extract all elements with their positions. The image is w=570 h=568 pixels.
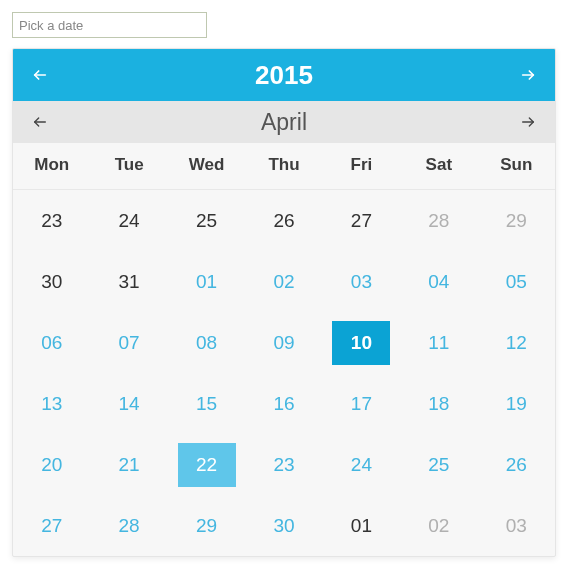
day-number: 22 (178, 443, 236, 487)
day-cell[interactable]: 28 (90, 495, 167, 556)
weekday-cell: Sun (478, 143, 555, 190)
day-number: 19 (487, 382, 545, 426)
day-number: 08 (178, 321, 236, 365)
day-cell[interactable]: 20 (13, 434, 90, 495)
day-number: 01 (332, 504, 390, 548)
day-number: 25 (178, 199, 236, 243)
day-cell[interactable]: 01 (168, 251, 245, 312)
date-input[interactable] (12, 12, 207, 38)
day-cell[interactable]: 11 (400, 312, 477, 373)
day-cell[interactable]: 26 (478, 434, 555, 495)
arrow-left-icon (32, 114, 48, 130)
day-cell[interactable]: 04 (400, 251, 477, 312)
day-cell[interactable]: 27 (13, 495, 90, 556)
day-cell[interactable]: 10 (323, 312, 400, 373)
day-number: 16 (255, 382, 313, 426)
day-cell[interactable]: 13 (13, 373, 90, 434)
day-number: 26 (487, 443, 545, 487)
month-label[interactable]: April (261, 109, 307, 136)
day-number: 17 (332, 382, 390, 426)
day-cell[interactable]: 27 (323, 190, 400, 251)
day-number: 06 (23, 321, 81, 365)
day-cell[interactable]: 02 (245, 251, 322, 312)
weekday-cell: Wed (168, 143, 245, 190)
day-cell[interactable]: 14 (90, 373, 167, 434)
day-cell[interactable]: 25 (400, 434, 477, 495)
day-number: 25 (410, 443, 468, 487)
day-number: 15 (178, 382, 236, 426)
day-cell[interactable]: 22 (168, 434, 245, 495)
day-number: 27 (332, 199, 390, 243)
day-number: 10 (332, 321, 390, 365)
day-cell[interactable]: 05 (478, 251, 555, 312)
day-number: 21 (100, 443, 158, 487)
day-cell[interactable]: 23 (13, 190, 90, 251)
day-cell[interactable]: 18 (400, 373, 477, 434)
day-cell[interactable]: 24 (90, 190, 167, 251)
day-number: 23 (23, 199, 81, 243)
day-cell[interactable]: 01 (323, 495, 400, 556)
day-cell[interactable]: 29 (168, 495, 245, 556)
weekday-cell: Tue (90, 143, 167, 190)
year-label[interactable]: 2015 (255, 60, 313, 91)
day-cell[interactable]: 16 (245, 373, 322, 434)
day-number: 11 (410, 321, 468, 365)
day-cell[interactable]: 31 (90, 251, 167, 312)
day-number: 02 (410, 504, 468, 548)
day-number: 24 (100, 199, 158, 243)
day-number: 12 (487, 321, 545, 365)
day-number: 28 (100, 504, 158, 548)
day-number: 14 (100, 382, 158, 426)
day-number: 04 (410, 260, 468, 304)
day-cell[interactable]: 15 (168, 373, 245, 434)
day-cell[interactable]: 09 (245, 312, 322, 373)
day-number: 01 (178, 260, 236, 304)
day-number: 02 (255, 260, 313, 304)
day-number: 03 (487, 504, 545, 548)
day-number: 26 (255, 199, 313, 243)
weekday-cell: Sat (400, 143, 477, 190)
day-cell[interactable]: 06 (13, 312, 90, 373)
day-number: 07 (100, 321, 158, 365)
day-number: 24 (332, 443, 390, 487)
day-cell[interactable]: 12 (478, 312, 555, 373)
day-number: 29 (178, 504, 236, 548)
day-cell[interactable]: 30 (13, 251, 90, 312)
day-cell[interactable]: 25 (168, 190, 245, 251)
day-cell[interactable]: 02 (400, 495, 477, 556)
day-number: 30 (255, 504, 313, 548)
next-year-button[interactable] (515, 62, 541, 88)
day-number: 27 (23, 504, 81, 548)
next-month-button[interactable] (515, 109, 541, 135)
day-cell[interactable]: 21 (90, 434, 167, 495)
day-number: 30 (23, 260, 81, 304)
weekday-cell: Fri (323, 143, 400, 190)
day-cell[interactable]: 07 (90, 312, 167, 373)
prev-year-button[interactable] (27, 62, 53, 88)
day-cell[interactable]: 28 (400, 190, 477, 251)
day-cell[interactable]: 19 (478, 373, 555, 434)
day-cell[interactable]: 24 (323, 434, 400, 495)
day-number: 18 (410, 382, 468, 426)
prev-month-button[interactable] (27, 109, 53, 135)
day-cell[interactable]: 30 (245, 495, 322, 556)
day-cell[interactable]: 08 (168, 312, 245, 373)
day-number: 03 (332, 260, 390, 304)
day-cell[interactable]: 23 (245, 434, 322, 495)
day-cell[interactable]: 29 (478, 190, 555, 251)
day-cell[interactable]: 26 (245, 190, 322, 251)
day-cell[interactable]: 03 (323, 251, 400, 312)
weekday-header: Mon Tue Wed Thu Fri Sat Sun (13, 143, 555, 190)
day-number: 20 (23, 443, 81, 487)
weekday-cell: Thu (245, 143, 322, 190)
day-number: 29 (487, 199, 545, 243)
day-number: 31 (100, 260, 158, 304)
arrow-left-icon (32, 67, 48, 83)
day-cell[interactable]: 03 (478, 495, 555, 556)
weekday-cell: Mon (13, 143, 90, 190)
days-grid: 2324252627282930310102030405060708091011… (13, 190, 555, 556)
day-cell[interactable]: 17 (323, 373, 400, 434)
day-number: 13 (23, 382, 81, 426)
day-number: 28 (410, 199, 468, 243)
day-number: 09 (255, 321, 313, 365)
